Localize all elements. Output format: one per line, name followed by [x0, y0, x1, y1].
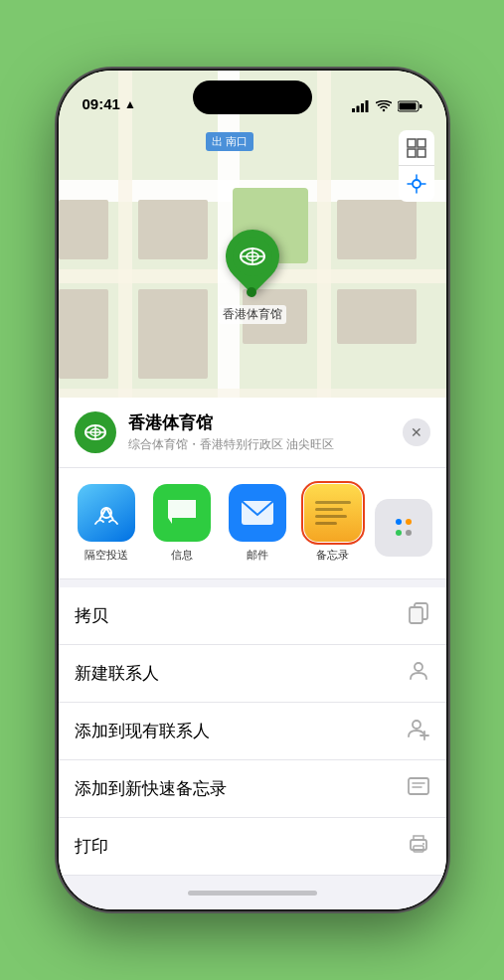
home-indicator [188, 891, 317, 896]
svg-rect-15 [138, 289, 208, 379]
action-add-contact-label: 添加到现有联系人 [75, 720, 210, 742]
svg-rect-18 [337, 289, 417, 344]
action-new-contact-label: 新建联系人 [75, 662, 159, 685]
notes-icon [304, 484, 362, 542]
action-list: 拷贝 新建联系人 [59, 587, 446, 876]
svg-point-30 [413, 180, 420, 188]
place-subtitle: 综合体育馆・香港特别行政区 油尖旺区 [128, 436, 391, 453]
svg-rect-29 [418, 149, 425, 157]
svg-rect-28 [408, 149, 416, 157]
airdrop-icon [78, 484, 135, 542]
quick-note-icon [407, 774, 430, 803]
location-pin: 香港体育馆 [219, 230, 286, 324]
svg-rect-27 [418, 139, 425, 147]
svg-rect-26 [408, 139, 416, 147]
map-controls [399, 130, 434, 202]
bottom-bar [59, 876, 446, 909]
place-icon [75, 411, 116, 453]
more-share-button[interactable] [377, 484, 430, 563]
dynamic-island [193, 81, 312, 114]
share-item-notes[interactable]: 备忘录 [301, 484, 365, 563]
share-item-mail[interactable]: 邮件 [226, 484, 289, 563]
message-icon [153, 484, 211, 542]
add-contact-icon [407, 717, 430, 745]
close-button[interactable]: ✕ [403, 418, 430, 446]
svg-rect-51 [409, 778, 428, 794]
svg-rect-2 [361, 103, 364, 112]
notes-label: 备忘录 [316, 548, 349, 563]
copy-icon [407, 601, 430, 630]
svg-rect-0 [352, 108, 355, 112]
svg-rect-46 [410, 607, 422, 623]
stadium-icon [238, 243, 267, 270]
share-row: 隔空投送 信息 [59, 468, 446, 579]
status-time: 09:41 [83, 95, 120, 112]
action-quick-note-label: 添加到新快速备忘录 [75, 777, 227, 800]
location-icon: ▲ [124, 97, 136, 111]
action-print[interactable]: 打印 [59, 818, 446, 876]
svg-rect-55 [414, 846, 423, 852]
svg-point-56 [422, 843, 424, 845]
share-item-message[interactable]: 信息 [150, 484, 214, 563]
action-quick-note[interactable]: 添加到新快速备忘录 [59, 760, 446, 818]
svg-point-48 [413, 721, 420, 729]
new-contact-icon [407, 659, 430, 688]
location-button[interactable] [399, 166, 434, 202]
place-card: 香港体育馆 综合体育馆・香港特别行政区 油尖旺区 ✕ [59, 398, 446, 468]
pin-label: 香港体育馆 [219, 305, 286, 324]
svg-rect-20 [59, 200, 108, 259]
mail-icon [229, 484, 286, 542]
map-exit-label: 出 南口 [206, 132, 253, 151]
battery-icon [398, 100, 422, 112]
status-icons [352, 100, 422, 112]
svg-rect-5 [399, 103, 416, 110]
svg-rect-14 [138, 200, 208, 259]
wifi-icon [376, 100, 392, 112]
action-copy-label: 拷贝 [75, 604, 108, 627]
place-info: 香港体育馆 综合体育馆・香港特别行政区 油尖旺区 [128, 411, 391, 453]
message-label: 信息 [171, 548, 193, 563]
map-label-text: 南口 [226, 135, 248, 147]
svg-point-47 [415, 663, 422, 671]
airdrop-label: 隔空投送 [84, 548, 128, 563]
map-label-prefix: 出 [212, 135, 223, 147]
mail-label: 邮件 [247, 548, 268, 563]
bottom-sheet: 香港体育馆 综合体育馆・香港特别行政区 油尖旺区 ✕ [59, 398, 446, 909]
action-copy[interactable]: 拷贝 [59, 587, 446, 645]
svg-rect-6 [420, 104, 422, 108]
action-add-contact[interactable]: 添加到现有联系人 [59, 703, 446, 760]
action-print-label: 打印 [75, 835, 108, 858]
signal-icon [352, 100, 370, 112]
svg-rect-17 [337, 200, 417, 259]
phone-screen: 09:41 ▲ [59, 71, 446, 909]
phone-frame: 09:41 ▲ [59, 71, 446, 909]
svg-rect-1 [356, 106, 359, 113]
print-icon [407, 832, 430, 861]
share-item-airdrop[interactable]: 隔空投送 [75, 484, 138, 563]
place-name: 香港体育馆 [128, 411, 391, 434]
svg-rect-3 [365, 100, 368, 112]
map-view-toggle-button[interactable] [399, 130, 434, 166]
action-new-contact[interactable]: 新建联系人 [59, 645, 446, 703]
svg-rect-21 [59, 289, 108, 379]
